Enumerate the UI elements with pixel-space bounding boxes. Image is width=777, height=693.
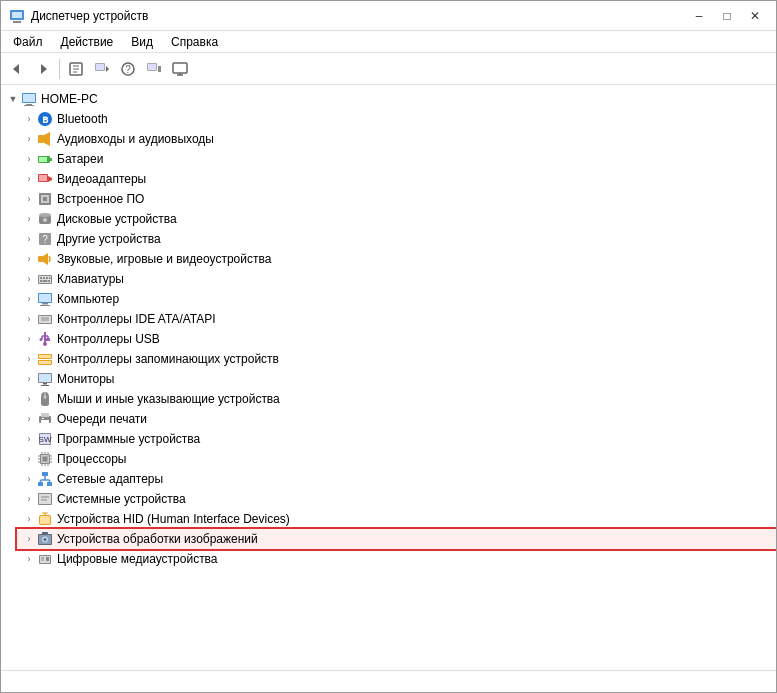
software-expand[interactable]: › [21,431,37,447]
ide-expand[interactable]: › [21,311,37,327]
svg-marker-3 [13,64,19,74]
computer-icon [21,91,37,107]
hid-expand[interactable]: › [21,511,37,527]
back-button[interactable] [5,57,29,81]
svg-rect-54 [48,280,50,282]
media-expand[interactable]: › [21,551,37,567]
tree-item-ide[interactable]: › Контроллеры IDE ATA/ATAPI [17,309,776,329]
print-label: Очереди печати [57,412,147,426]
tree-item-software[interactable]: › SW Программные устройства [17,429,776,449]
disk-label: Дисковые устройства [57,212,177,226]
tree-item-media[interactable]: › Цифровые медиаустройства [17,549,776,569]
tree-item-usb[interactable]: › Контроллеры USB [17,329,776,349]
monitors-label: Мониторы [57,372,114,386]
storage-expand[interactable]: › [21,351,37,367]
maximize-button[interactable]: □ [714,6,740,26]
display-button[interactable] [168,57,192,81]
tree-item-audio[interactable]: › Аудиовходы и аудиовыходы [17,129,776,149]
close-button[interactable]: ✕ [742,6,768,26]
svg-rect-109 [39,494,51,504]
sound-label: Звуковые, игровые и видеоустройства [57,252,271,266]
tree-item-sound[interactable]: › Звуковые, игровые и видеоустройства [17,249,776,269]
forward-button[interactable] [31,57,55,81]
firmware-label: Встроенное ПО [57,192,144,206]
tree-item-mouse[interactable]: › Мыши и иные указывающие устройства [17,389,776,409]
svg-point-68 [43,342,47,346]
cpu-expand[interactable]: › [21,451,37,467]
sound-expand[interactable]: › [21,251,37,267]
media-icon [37,551,53,567]
tree-item-monitors[interactable]: › Мониторы [17,369,776,389]
menu-file[interactable]: Файл [5,33,51,51]
battery-expand[interactable]: › [21,151,37,167]
tree-item-print[interactable]: › Очереди печати [17,409,776,429]
tree-item-bluetooth[interactable]: › ʙ Bluetooth [17,109,776,129]
update-driver-button[interactable] [90,57,114,81]
title-controls: – □ ✕ [686,6,768,26]
audio-icon [37,131,53,147]
tree-item-cpu[interactable]: › Процессоры [17,449,776,469]
help-button[interactable]: ? [116,57,140,81]
cpu-label: Процессоры [57,452,127,466]
svg-point-119 [44,538,47,541]
tree-item-other[interactable]: › ? Другие устройства [17,229,776,249]
svg-text:?: ? [125,64,131,75]
network-icon [37,471,53,487]
tree-item-network[interactable]: › Сетевые адаптеры [17,469,776,489]
minimize-button[interactable]: – [686,6,712,26]
tree-item-firmware[interactable]: › Встроенное ПО [17,189,776,209]
tree-item-storage[interactable]: › Контроллеры запоминающих устройств [17,349,776,369]
svg-rect-25 [24,105,34,106]
tree-item-hid[interactable]: › Устройства HID (Human Interface Device… [17,509,776,529]
other-expand[interactable]: › [21,231,37,247]
monitors-icon [37,371,53,387]
menu-action[interactable]: Действие [53,33,122,51]
software-label: Программные устройства [57,432,200,446]
svg-rect-51 [49,277,51,279]
keyboard-expand[interactable]: › [21,271,37,287]
monitors-expand[interactable]: › [21,371,37,387]
svg-rect-120 [42,532,48,535]
tree-item-keyboard[interactable]: › Клавиатуры [17,269,776,289]
usb-expand[interactable]: › [21,331,37,347]
tree-item-video[interactable]: › Видеоадаптеры [17,169,776,189]
menu-bar: Файл Действие Вид Справка [1,31,776,53]
bluetooth-expand[interactable]: › [21,111,37,127]
imaging-expand[interactable]: › [21,531,37,547]
disk-expand[interactable]: › [21,211,37,227]
svg-rect-81 [41,420,49,425]
tree-item-computer[interactable]: › Компьютер [17,289,776,309]
computer-expand[interactable]: › [21,291,37,307]
menu-view[interactable]: Вид [123,33,161,51]
tree-item-system[interactable]: › Системные устройства [17,489,776,509]
app-icon [9,8,25,24]
svg-rect-34 [39,175,47,181]
tree-item-battery[interactable]: › Батареи [17,149,776,169]
video-expand[interactable]: › [21,171,37,187]
svg-rect-80 [41,413,49,417]
mouse-expand[interactable]: › [21,391,37,407]
audio-expand[interactable]: › [21,131,37,147]
storage-icon [37,351,53,367]
other-label: Другие устройства [57,232,161,246]
properties-button[interactable] [64,57,88,81]
network-expand[interactable]: › [21,471,37,487]
device-tree[interactable]: ▼ HOME-PC › ʙ Bluetooth › Аудиовходы и а… [1,85,776,670]
firmware-expand[interactable]: › [21,191,37,207]
root-expand-arrow[interactable]: ▼ [5,91,21,107]
tree-item-disk[interactable]: › Дисковые устройства [17,209,776,229]
svg-text:ʙ: ʙ [42,113,49,125]
tree-item-imaging[interactable]: › Устройства обработки изображений [17,529,776,549]
system-expand[interactable]: › [21,491,37,507]
sound-icon [37,251,53,267]
print-expand[interactable]: › [21,411,37,427]
svg-rect-88 [43,457,48,462]
root-label: HOME-PC [41,92,98,106]
usb-icon [37,331,53,347]
svg-rect-125 [46,557,49,561]
menu-help[interactable]: Справка [163,33,226,51]
scan-button[interactable] [142,57,166,81]
audio-label: Аудиовходы и аудиовыходы [57,132,214,146]
tree-root[interactable]: ▼ HOME-PC [1,89,776,109]
svg-text:SW: SW [39,435,52,444]
